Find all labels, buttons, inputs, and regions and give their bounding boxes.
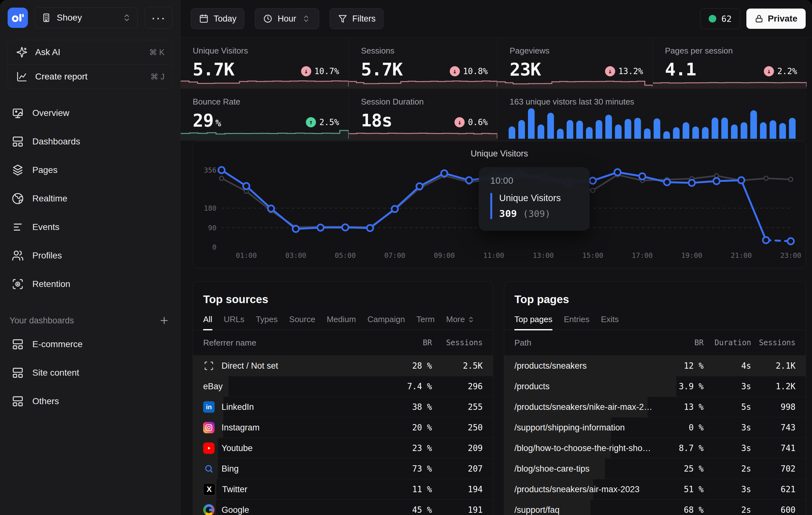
metric-pages-per-session[interactable]: Pages per session 4.1 ↓ 2.2% xyxy=(653,38,807,89)
metric-cards: Unique Visitors 5.7K ↓ 10.7% Sessions 5.… xyxy=(181,38,807,141)
metric-unique-visitors[interactable]: Unique Visitors 5.7K ↓ 10.7% xyxy=(181,38,349,89)
interval-select[interactable]: Hour xyxy=(255,8,319,29)
table-row[interactable]: /products 3.9 % 3s 1.2K xyxy=(504,376,806,397)
tab-exits[interactable]: Exits xyxy=(601,314,619,330)
table-row[interactable]: XTwitter 11 % 194 xyxy=(193,479,493,500)
linkedin-icon: in xyxy=(203,401,214,413)
create-report-button[interactable]: Create report ⌘ J xyxy=(8,64,172,89)
metric-sessions[interactable]: Sessions 5.7K ↓ 10.8% xyxy=(349,38,498,89)
table-row[interactable]: Direct / Not set 28 % 2.5K xyxy=(193,356,493,376)
your-dashboards-section: Your dashboards xyxy=(8,312,172,329)
tab-entries[interactable]: Entries xyxy=(564,314,589,330)
sidebar-item-events[interactable]: Events xyxy=(8,215,172,239)
sessions-value: 207 xyxy=(432,464,493,474)
sidebar-menu-button[interactable]: ··· xyxy=(145,7,172,29)
table-row[interactable]: Google 45 % 191 xyxy=(193,500,493,515)
youtube-icon xyxy=(203,443,214,454)
sparkline-chart xyxy=(349,125,497,140)
unique-visitors-chart-card: Unique Visitors 35618090001:0003:0005:00… xyxy=(193,141,806,268)
table-row[interactable]: /products/sneakers 12 % 4s 2.1K xyxy=(504,356,806,376)
table-row[interactable]: Instagram 20 % 250 xyxy=(193,418,493,438)
metric-pageviews[interactable]: Pageviews 23K ↓ 13.2% xyxy=(498,38,653,89)
sidebar-item-ecommerce[interactable]: E-commerce xyxy=(8,332,172,356)
chart-line-icon xyxy=(16,70,28,83)
referrer-name: Twitter xyxy=(222,485,248,494)
metric-session-duration[interactable]: Session Duration 18s ↓ 0.6% xyxy=(349,89,498,140)
table-row[interactable]: /blog/shoe-care-tips 25 % 2s 702 xyxy=(504,459,806,479)
page-path: /products/sneakers xyxy=(514,361,587,371)
chevron-up-down-icon xyxy=(301,13,311,24)
sidebar-item-label: Profiles xyxy=(32,250,62,261)
tab-types[interactable]: Types xyxy=(256,314,278,330)
sessions-value: 194 xyxy=(432,485,493,494)
sources-table-header: Referrer name BR Sessions xyxy=(193,330,493,356)
table-row[interactable]: /blog/how-to-choose-the-right-sho… 8.7 %… xyxy=(504,438,806,459)
visibility-label: Private xyxy=(768,13,798,24)
live-visitors-badge[interactable]: 62 xyxy=(700,8,741,29)
sidebar-item-profiles[interactable]: Profiles xyxy=(8,244,172,268)
tab-all[interactable]: All xyxy=(203,314,212,330)
table-row[interactable]: Youtube 23 % 209 xyxy=(193,438,493,459)
table-row[interactable]: inLinkedIn 38 % 255 xyxy=(193,397,493,418)
app-logo[interactable] xyxy=(8,8,28,28)
chart-tooltip: 10:00 Unique Visitors 309 (309) xyxy=(479,167,589,231)
referrer-name: Instagram xyxy=(222,423,260,433)
metric-bounce-rate[interactable]: Bounce Rate 29% ↑ 2.5% xyxy=(181,89,349,140)
duration-value: 3s xyxy=(704,423,751,432)
sidebar-item-label: Events xyxy=(32,222,60,232)
duration-value: 3s xyxy=(704,382,751,391)
sidebar-item-label: Others xyxy=(32,396,59,406)
sparkline-chart xyxy=(181,125,349,140)
date-range-button[interactable]: Today xyxy=(191,8,244,29)
realtime-visitors-panel[interactable]: 163 unique vistors last 30 minutes xyxy=(498,89,807,140)
svg-text:07:00: 07:00 xyxy=(384,251,405,260)
tooltip-series-label: Unique Visitors xyxy=(499,193,561,203)
sidebar-item-label: Retention xyxy=(32,279,70,289)
x-twitter-icon: X xyxy=(203,483,215,495)
table-row[interactable]: /products/sneakers/air-max-2023 51 % 3s … xyxy=(504,479,806,500)
visibility-button[interactable]: Private xyxy=(746,8,806,29)
table-row[interactable]: Bing 73 % 207 xyxy=(193,459,493,479)
column-br: BR xyxy=(656,338,704,347)
sidebar-item-site-content[interactable]: Site content xyxy=(8,361,172,385)
tab-medium[interactable]: Medium xyxy=(327,314,356,330)
filters-button[interactable]: Filters xyxy=(329,8,384,29)
chevron-up-down-icon xyxy=(467,316,474,323)
add-dashboard-button[interactable] xyxy=(158,314,171,327)
table-row[interactable]: eBay 7.4 % 296 xyxy=(193,376,493,397)
clock-icon xyxy=(263,13,273,24)
table-row[interactable]: /support/shipping-information 0 % 3s 743 xyxy=(504,418,806,438)
sidebar-item-pages[interactable]: Pages xyxy=(8,158,172,182)
users-icon xyxy=(11,249,24,262)
svg-text:09:00: 09:00 xyxy=(434,251,455,260)
sidebar-item-overview[interactable]: Overview xyxy=(8,101,172,125)
tab-campaign[interactable]: Campaign xyxy=(367,314,405,330)
realtime-bar-chart xyxy=(507,106,797,139)
top-pages-tabs: Top pages Entries Exits xyxy=(504,314,806,330)
list-icon xyxy=(11,221,24,234)
sidebar-item-others[interactable]: Others xyxy=(8,389,172,413)
sparkline-chart xyxy=(349,74,497,88)
workspace-selector[interactable]: Shoey xyxy=(35,7,138,28)
ask-ai-button[interactable]: Ask AI ⌘ K xyxy=(8,40,172,64)
sidebar-item-retention[interactable]: Retention xyxy=(8,272,172,296)
table-row[interactable]: /products/sneakers/nike-air-max-2… 13 % … xyxy=(504,397,806,418)
metric-label: Sessions xyxy=(361,46,488,56)
table-row[interactable]: /support/faq 68 % 2s 600 xyxy=(504,500,806,515)
sidebar-item-realtime[interactable]: Realtime xyxy=(8,187,172,211)
ask-ai-shortcut: ⌘ K xyxy=(149,48,165,57)
tab-top-pages[interactable]: Top pages xyxy=(514,314,552,330)
tab-urls[interactable]: URLs xyxy=(224,314,244,330)
tab-term[interactable]: Term xyxy=(416,314,435,330)
page-path: /products/sneakers/air-max-2023 xyxy=(514,485,640,494)
logo-glyph xyxy=(11,11,24,24)
svg-text:03:00: 03:00 xyxy=(285,251,306,260)
section-title: Your dashboards xyxy=(9,316,158,326)
sidebar-item-dashboards[interactable]: Dashboards xyxy=(8,129,172,154)
tab-more[interactable]: More xyxy=(446,314,474,330)
br-value: 45 % xyxy=(381,505,432,515)
br-value: 11 % xyxy=(381,485,432,494)
tab-source[interactable]: Source xyxy=(289,314,315,330)
sessions-value: 2.5K xyxy=(432,361,493,370)
globe-icon xyxy=(11,192,24,205)
